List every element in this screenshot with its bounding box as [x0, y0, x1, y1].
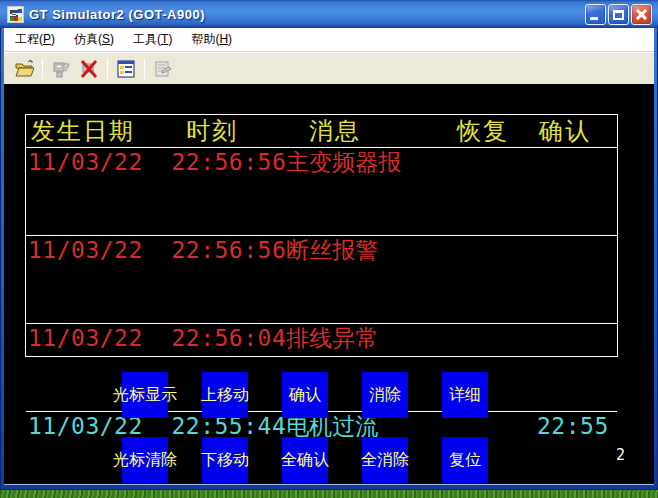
- maximize-icon: [613, 10, 624, 20]
- reset-button[interactable]: 复位: [442, 437, 488, 483]
- option-icon: [151, 57, 175, 81]
- menu-bar: 工程(P) 仿真(S) 工具(T) 帮助(H): [4, 28, 654, 52]
- alarm-row[interactable]: 11/03/22 22:56:56主变频器报: [26, 147, 617, 235]
- confirm-button[interactable]: 确认: [282, 372, 328, 418]
- alarm-table-header: 发生日期 时刻 消息 恢复 确认: [26, 115, 617, 147]
- maximize-button[interactable]: [608, 4, 629, 25]
- clear-button[interactable]: 消除: [362, 372, 408, 418]
- start-simulation-icon: ?: [49, 57, 73, 81]
- toolbar-separator: [107, 59, 108, 79]
- move-down-button[interactable]: 下移动: [202, 437, 248, 483]
- detail-button[interactable]: 详细: [442, 372, 488, 418]
- screen-number: 2: [616, 446, 625, 464]
- svg-text:?: ?: [63, 61, 70, 73]
- confirm-all-button[interactable]: 全确认: [282, 437, 328, 483]
- menu-help[interactable]: 帮助(H): [183, 28, 240, 51]
- toolbar-separator: [144, 59, 145, 79]
- close-button[interactable]: [631, 4, 652, 25]
- menu-simulate[interactable]: 仿真(S): [66, 28, 122, 51]
- window-bottom-edge: [4, 484, 654, 485]
- cursor-show-button[interactable]: 光标显示: [122, 372, 168, 418]
- toolbar: ?: [4, 52, 654, 84]
- got-screen: 发生日期 时刻 消息 恢复 确认 11/03/22 22:56:56主变频器报 …: [4, 84, 654, 484]
- cursor-clear-button[interactable]: 光标清除: [122, 437, 168, 483]
- clear-all-button[interactable]: 全消除: [362, 437, 408, 483]
- minimize-button[interactable]: [585, 4, 606, 25]
- move-up-button[interactable]: 上移动: [202, 372, 248, 418]
- app-icon: [7, 6, 24, 23]
- menu-tools[interactable]: 工具(T): [125, 28, 180, 51]
- minimize-icon: [590, 17, 598, 20]
- window-title: GT Simulator2 (GOT-A900): [29, 7, 205, 22]
- title-bar[interactable]: GT Simulator2 (GOT-A900): [0, 0, 658, 28]
- app-window: GT Simulator2 (GOT-A900) 工程(P) 仿真(S) 工具(…: [0, 0, 658, 490]
- alarm-table: 发生日期 时刻 消息 恢复 确认 11/03/22 22:56:56主变频器报 …: [25, 114, 618, 357]
- menu-project[interactable]: 工程(P): [7, 28, 63, 51]
- header-message: 消息: [309, 115, 361, 147]
- header-time: 时刻: [186, 115, 238, 147]
- toolbar-separator: [42, 59, 43, 79]
- header-date: 发生日期: [31, 115, 135, 147]
- header-confirm: 确认: [539, 115, 591, 147]
- open-project-icon[interactable]: [12, 57, 36, 81]
- confirm-time: 22:55: [537, 412, 609, 441]
- stop-simulation-icon[interactable]: [77, 57, 101, 81]
- header-restore: 恢复: [457, 115, 509, 147]
- device-monitor-icon[interactable]: [114, 57, 138, 81]
- alarm-row[interactable]: 11/03/22 22:56:56断丝报警: [26, 235, 617, 323]
